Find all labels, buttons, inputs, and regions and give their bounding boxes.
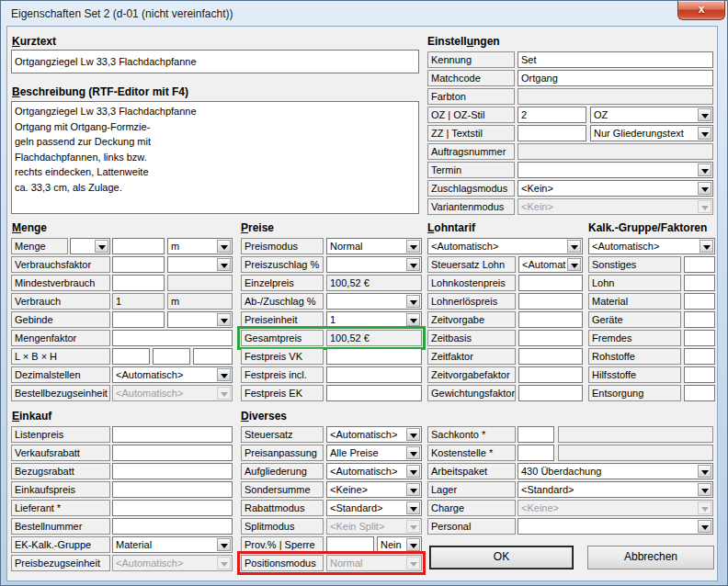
verbrauch-label: Verbrauch <box>11 293 110 310</box>
matchcode-input[interactable]: Ortgang <box>518 70 713 86</box>
menge-unit-select[interactable]: m <box>167 238 233 254</box>
dropdown-arrow-icon <box>698 501 711 514</box>
kurztext-input[interactable]: Ortgangziegel Lw 33,3 Flachdachpfanne <box>11 50 419 73</box>
abzuschlag-select[interactable] <box>326 293 422 310</box>
kennung-input[interactable]: Set <box>518 51 713 68</box>
hoehe-input[interactable] <box>193 348 233 365</box>
geraete-input[interactable] <box>684 311 715 328</box>
zuschlagsmodus-select[interactable]: <Kein> <box>518 180 713 197</box>
lohnkostenpreis-input[interactable] <box>518 275 583 291</box>
steuersatz-lohn-select[interactable]: <Automat <box>518 256 583 273</box>
aufgliederung-select[interactable]: <Automatisch> <box>326 463 422 479</box>
bestellbezugseinheit-label: Bestellbezugseinheit <box>11 385 110 401</box>
festpreis-incl-input[interactable] <box>326 366 422 383</box>
kostenstelle-input[interactable] <box>518 445 554 461</box>
steuersatz-select[interactable]: <Automatisch> <box>326 426 422 443</box>
auftragsnummer-value <box>518 143 713 160</box>
splitmodus-label: Splitmodus <box>241 518 324 535</box>
dropdown-arrow-icon <box>406 465 420 478</box>
preiszuschlag-select[interactable] <box>326 256 422 273</box>
mindestverbrauch-input[interactable] <box>112 275 165 291</box>
personal-label: Personal <box>427 518 516 535</box>
lieferant-input[interactable] <box>112 500 233 516</box>
close-button[interactable]: x <box>677 1 725 20</box>
variantenmodus-label: Variantenmodus <box>427 198 515 215</box>
oz-input[interactable]: 2 <box>518 107 586 123</box>
sondersumme-select[interactable]: <Keine> <box>326 481 422 498</box>
zeitfaktor-input[interactable] <box>518 348 583 365</box>
rabattmodus-select[interactable]: <Standard> <box>326 500 422 516</box>
zeitbasis-input[interactable] <box>518 330 583 346</box>
listenpreis-input[interactable] <box>112 426 233 443</box>
auftragsnummer-label: Auftragsnummer <box>427 143 515 160</box>
hilfsstoffe-input[interactable] <box>684 366 715 383</box>
lohnerloespreis-input[interactable] <box>518 293 583 310</box>
sperre-select[interactable]: Nein <box>377 536 422 553</box>
lohn-input[interactable] <box>684 275 715 291</box>
dezimalstellen-label: Dezimalstellen <box>11 366 110 383</box>
bezugsrabatt-input[interactable] <box>112 463 233 479</box>
zeitvorgabefaktor-input[interactable] <box>518 366 583 383</box>
bestellnummer-input[interactable] <box>112 518 233 535</box>
laenge-input[interactable] <box>112 348 150 365</box>
preisanpassung-select[interactable]: Alle Preise <box>326 445 422 461</box>
oz-stil-select[interactable]: OZ <box>590 107 713 123</box>
material-input[interactable] <box>684 293 715 310</box>
gebinde-unit-select[interactable] <box>167 311 233 328</box>
dropdown-arrow-icon <box>698 520 711 533</box>
gewichtungsfaktor-input[interactable] <box>518 385 583 401</box>
breite-input[interactable] <box>153 348 190 365</box>
dropdown-arrow-icon <box>567 258 581 271</box>
textstil-select[interactable]: Nur Gliederungstext <box>590 125 713 141</box>
kalk-gruppe-select[interactable]: <Automatisch> <box>588 238 715 254</box>
sonstiges-input[interactable] <box>684 256 715 273</box>
preiseinheit-select[interactable]: 1 <box>326 311 422 328</box>
preismodus-label: Preismodus <box>241 238 324 254</box>
einkaufspreis-input[interactable] <box>112 481 233 498</box>
kostenstelle-label: Kostenstelle * <box>427 445 516 461</box>
menge-input[interactable] <box>112 238 165 254</box>
gesamtpreis-value: 100,52 € <box>326 330 422 346</box>
arbeitspaket-select[interactable]: 430 Überdachung <box>518 463 713 479</box>
beschreibung-textarea[interactable]: Ortgangziegel Lw 33,3 Flachdachpfanne Or… <box>11 101 419 214</box>
dropdown-arrow-icon <box>406 557 420 569</box>
listenpreis-label: Listenpreis <box>11 426 110 443</box>
abzuschlag-label: Ab-/Zuschlag % <box>241 293 324 310</box>
variantenmodus-select: <Kein> <box>518 198 713 215</box>
prov-input[interactable] <box>326 536 374 553</box>
mengenfaktor-input[interactable] <box>112 330 233 346</box>
dezimalstellen-select[interactable]: <Automatisch> <box>112 366 233 383</box>
ek-kalk-gruppe-select[interactable]: Material <box>112 536 233 553</box>
lohntarif-select[interactable]: <Automatisch> <box>427 238 583 254</box>
cancel-button[interactable]: Abbrechen <box>587 546 714 569</box>
termin-select[interactable] <box>518 162 713 178</box>
gebinde-input[interactable] <box>112 311 165 328</box>
lager-select[interactable]: <Standard> <box>518 481 713 498</box>
zeitvorgabe-input[interactable] <box>518 311 583 328</box>
arbeitspaket-label: Arbeitspaket <box>427 463 516 479</box>
festpreis-vk-input[interactable] <box>326 348 422 365</box>
dropdown-arrow-icon <box>406 538 420 551</box>
verbrauchsfaktor-unit-select[interactable] <box>167 256 233 273</box>
einkaufspreis-label: Einkaufspreis <box>11 481 110 498</box>
dropdown-arrow-icon <box>217 538 231 551</box>
preismodus-select[interactable]: Normal <box>326 238 422 254</box>
rohstoffe-input[interactable] <box>684 348 715 365</box>
personal-select[interactable] <box>518 518 713 535</box>
festpreis-ek-label: Festpreis EK <box>241 385 324 401</box>
ok-button[interactable]: OK <box>429 546 574 569</box>
dropdown-arrow-icon <box>95 240 108 253</box>
entsorgung-input[interactable] <box>684 385 715 401</box>
rohstoffe-label: Rohstoffe <box>588 348 681 365</box>
sachkonto-input[interactable] <box>518 426 554 443</box>
fremdes-input[interactable] <box>684 330 715 346</box>
verbrauchsfaktor-input[interactable] <box>112 256 165 273</box>
charge-select: <Keine> <box>518 500 713 516</box>
verkaufsrabatt-input[interactable] <box>112 445 233 461</box>
verbrauchsfaktor-label: Verbrauchsfaktor <box>11 256 110 273</box>
festpreis-ek-input[interactable] <box>326 385 422 401</box>
title-bar[interactable]: Eigenschaften Set 2 (d-01 (nicht vereinf… <box>1 1 727 26</box>
zz-input[interactable] <box>518 125 586 141</box>
splitmodus-select: <Kein Split> <box>326 518 422 535</box>
menge-mode-select[interactable] <box>70 238 110 254</box>
